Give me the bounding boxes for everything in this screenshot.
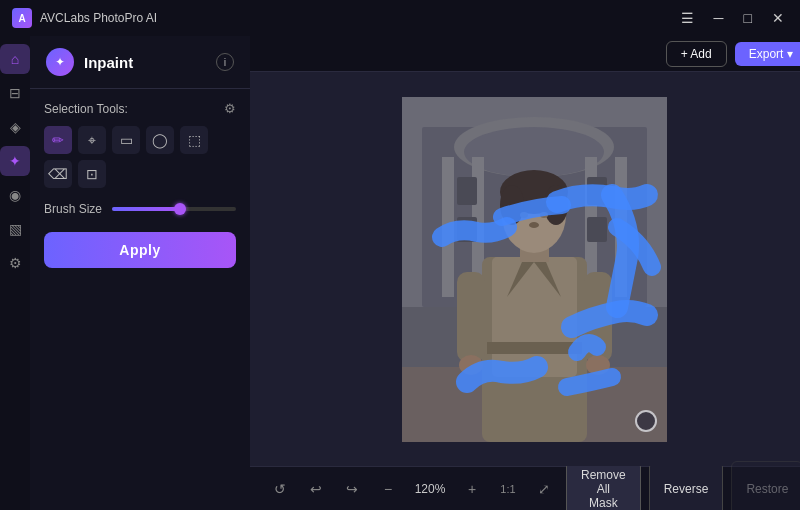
- icon-rail: ⌂ ⊟ ◈ ✦ ◉ ▧ ⚙: [0, 36, 30, 510]
- brush-size-row: Brush Size: [44, 202, 236, 216]
- tool-eraser[interactable]: ⌫: [44, 160, 72, 188]
- close-button[interactable]: ✕: [768, 8, 788, 28]
- export-button[interactable]: Export ▾: [735, 42, 800, 66]
- info-button[interactable]: i: [216, 53, 234, 71]
- window-controls: ☰ ─ □ ✕: [677, 8, 788, 28]
- tool-ellipse-select[interactable]: ◯: [146, 126, 174, 154]
- rail-effects[interactable]: ✦: [0, 146, 30, 176]
- maximize-button[interactable]: □: [740, 8, 756, 28]
- rail-color[interactable]: ◉: [0, 180, 30, 210]
- image-container: [402, 97, 667, 442]
- sidebar-content: Selection Tools: ⚙ ✏ ⌖ ▭ ◯ ⬚ ⌫ ⊡ Brush S…: [30, 89, 250, 510]
- tool-rect-select[interactable]: ▭: [112, 126, 140, 154]
- svg-rect-28: [457, 272, 485, 362]
- zoom-indicator: [635, 410, 657, 432]
- brush-size-label: Brush Size: [44, 202, 102, 216]
- action-bar: + Add Export ▾: [250, 36, 800, 72]
- reverse-button[interactable]: Reverse: [649, 461, 724, 511]
- rail-mask[interactable]: ▧: [0, 214, 30, 244]
- app-logo: A: [12, 8, 32, 28]
- photo-canvas: [402, 97, 667, 442]
- zoom-in-button[interactable]: +: [458, 475, 486, 503]
- tool-magic-select[interactable]: ⬚: [180, 126, 208, 154]
- undo-button[interactable]: ↩: [302, 475, 330, 503]
- svg-rect-17: [487, 342, 582, 354]
- svg-rect-9: [457, 177, 477, 205]
- bottom-bar-actions: Remove All Mask Reverse Restore: [566, 461, 800, 511]
- sidebar-header: ✦ Inpaint i: [30, 36, 250, 89]
- svg-point-4: [464, 127, 604, 177]
- tool-lasso[interactable]: ⌖: [78, 126, 106, 154]
- canvas-area[interactable]: [250, 72, 800, 466]
- svg-rect-13: [587, 217, 607, 242]
- rotate-button[interactable]: ↺: [266, 475, 294, 503]
- selection-tools-header: Selection Tools: ⚙: [44, 101, 236, 116]
- sidebar-logo-icon: ✦: [46, 48, 74, 76]
- tool-icons-row: ✏ ⌖ ▭ ◯ ⬚ ⌫ ⊡: [44, 126, 236, 188]
- apply-button[interactable]: Apply: [44, 232, 236, 268]
- minimize-button[interactable]: ─: [710, 8, 728, 28]
- selection-tools-gear-icon[interactable]: ⚙: [224, 101, 236, 116]
- fullscreen-button[interactable]: ⤢: [530, 475, 558, 503]
- export-arrow-icon: ▾: [787, 47, 793, 61]
- rail-tools[interactable]: ⚙: [0, 248, 30, 278]
- restore-button[interactable]: Restore: [731, 461, 800, 511]
- tool-crop[interactable]: ⊡: [78, 160, 106, 188]
- rail-home[interactable]: ⌂: [0, 44, 30, 74]
- bottom-bar: ↺ ↩ ↪ − 120% + 1:1 ⤢ Remove All Mask Rev…: [250, 466, 800, 510]
- fit-button[interactable]: 1:1: [494, 475, 522, 503]
- zoom-level: 120%: [410, 482, 450, 496]
- titlebar: A AVCLabs PhotoPro AI ☰ ─ □ ✕: [0, 0, 800, 36]
- app-title: AVCLabs PhotoPro AI: [40, 11, 677, 25]
- tool-brush[interactable]: ✏: [44, 126, 72, 154]
- svg-point-27: [529, 222, 539, 228]
- main-layout: ⌂ ⊟ ◈ ✦ ◉ ▧ ⚙ ✦ Inpaint i Selection Tool…: [0, 36, 800, 510]
- right-panel: + Add Export ▾: [250, 36, 800, 510]
- remove-all-mask-button[interactable]: Remove All Mask: [566, 461, 641, 511]
- rail-objects[interactable]: ◈: [0, 112, 30, 142]
- menu-button[interactable]: ☰: [677, 8, 698, 28]
- bottom-bar-controls: ↺ ↩ ↪ − 120% + 1:1 ⤢: [266, 475, 558, 503]
- sidebar-title: Inpaint: [84, 54, 216, 71]
- add-button[interactable]: + Add: [666, 41, 727, 67]
- zoom-out-button[interactable]: −: [374, 475, 402, 503]
- selection-tools-label: Selection Tools:: [44, 102, 128, 116]
- brush-size-slider[interactable]: [112, 207, 236, 211]
- rail-layers[interactable]: ⊟: [0, 78, 30, 108]
- sidebar: ✦ Inpaint i Selection Tools: ⚙ ✏ ⌖ ▭ ◯ ⬚…: [30, 36, 250, 510]
- redo-button[interactable]: ↪: [338, 475, 366, 503]
